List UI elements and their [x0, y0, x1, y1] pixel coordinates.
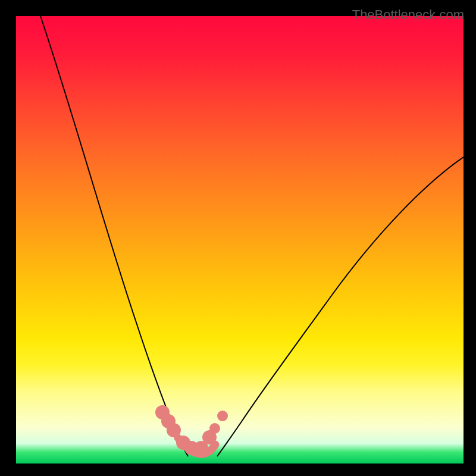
marker-right-mid — [209, 423, 220, 434]
plot-area — [16, 16, 464, 464]
bottleneck-curve — [16, 16, 464, 464]
attribution-watermark: TheBottleneck.com — [352, 7, 464, 23]
marker-right-top — [217, 411, 228, 421]
marker-left-low — [167, 423, 181, 437]
